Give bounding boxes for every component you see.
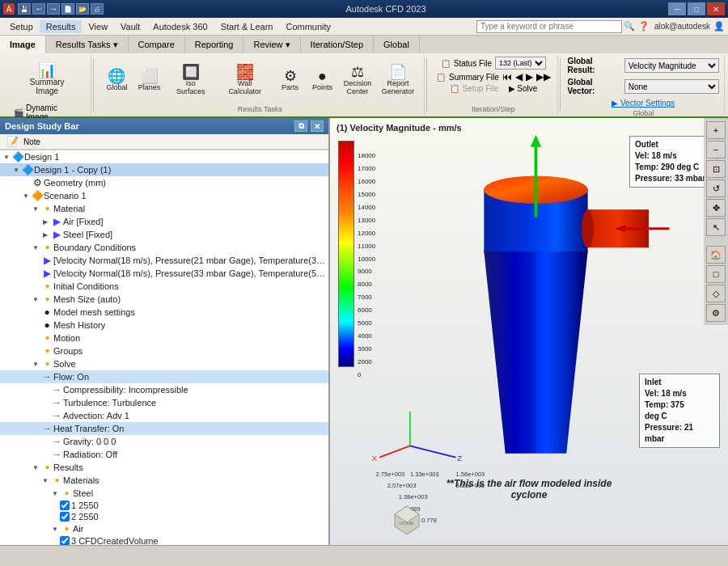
tab-review[interactable]: Review ▾ (243, 36, 300, 53)
undo-icon[interactable]: ↩ (32, 3, 45, 15)
playback-next-step-icon[interactable]: ▶▶ (536, 71, 551, 82)
tree-icon-radiation: → (50, 449, 63, 460)
tree-cfd-volume[interactable]: 3 CFDCreatedVolume (0, 535, 328, 545)
vp-view-iso-button[interactable]: ◇ (706, 285, 726, 302)
checkbox-cfd-vol[interactable] (60, 536, 70, 545)
view-cube[interactable]: HOME (387, 498, 427, 539)
iso-surfaces-button[interactable]: 🔲 Iso Surfaces (167, 62, 214, 98)
new-icon[interactable]: 📄 (61, 3, 74, 15)
maximize-button[interactable]: □ (688, 2, 705, 15)
points-button[interactable]: ● Points (308, 66, 337, 94)
vp-settings-button[interactable]: ⚙ (706, 304, 726, 322)
status-file-button[interactable]: 📋 (441, 59, 451, 68)
print-icon[interactable]: 🖨 (91, 3, 104, 15)
tab-reporting[interactable]: Reporting (185, 36, 244, 53)
vp-zoom-in-button[interactable]: + (706, 121, 726, 139)
tree-steel-result[interactable]: ▼ 🔸 Steel (0, 487, 328, 500)
tab-image[interactable]: Image (0, 36, 46, 53)
tree-steel-fixed[interactable]: ▶ ▶ Steel [Fixed] (0, 228, 328, 241)
tab-results-tasks[interactable]: Results Tasks ▾ (46, 36, 129, 53)
menu-view[interactable]: View (82, 20, 114, 33)
tree-compressibility[interactable]: → Compressibility: Incompressible (0, 383, 328, 396)
tree-groups[interactable]: 🔸 Groups (0, 344, 328, 357)
tab-compare[interactable]: Compare (129, 36, 185, 53)
tab-iteration-step[interactable]: Iteration/Step (301, 36, 374, 53)
tree-steel-1[interactable]: 1 2550 (0, 500, 328, 511)
float-button[interactable]: ⧉ (294, 120, 307, 132)
menu-vault[interactable]: Vault (114, 20, 146, 33)
tree-design1[interactable]: ▼ 🔷 Design 1 (0, 150, 328, 163)
tab-global[interactable]: Global (374, 36, 420, 53)
parts-button[interactable]: ⚙ Parts (276, 66, 305, 94)
vp-fit-button[interactable]: ⊡ (706, 160, 726, 178)
vp-rotate-button[interactable]: ↺ (706, 180, 726, 197)
global-result-select[interactable]: Velocity Magnitude (624, 58, 719, 73)
tree-geometry[interactable]: ⚙ Geometry (mm) (0, 176, 328, 189)
playback-prev-icon[interactable]: ⏮ (502, 71, 512, 82)
tree-steel-2[interactable]: 2 2550 (0, 511, 328, 522)
minimize-button[interactable]: ─ (668, 2, 686, 15)
menu-community[interactable]: Community (279, 20, 337, 33)
tree-advection[interactable]: → Advection: Adv 1 (0, 409, 328, 422)
menu-results[interactable]: Results (40, 20, 83, 33)
playback-play-icon[interactable]: ▶ (526, 71, 533, 82)
save-icon[interactable]: 💾 (18, 3, 31, 15)
vp-view-home-button[interactable]: 🏠 (706, 246, 726, 264)
checkbox-steel-2[interactable] (60, 512, 70, 522)
vp-view-front-button[interactable]: □ (706, 265, 726, 283)
vp-pan-button[interactable]: ✥ (706, 199, 726, 217)
tree-design1-copy[interactable]: ▼ 🔷 Design 1 - Copy (1) (0, 163, 328, 176)
tree-results[interactable]: ▼ 🔸 Results (0, 461, 328, 474)
design-tree[interactable]: ▼ 🔷 Design 1 ▼ 🔷 Design 1 - Copy (1) ⚙ G… (0, 150, 328, 545)
vp-zoom-out-button[interactable]: − (706, 141, 726, 158)
tree-solve[interactable]: ▼ 🔸 Solve (0, 357, 328, 370)
playback-prev-step-icon[interactable]: ◀ (515, 71, 523, 82)
global-button[interactable]: 🌐 Global (102, 66, 131, 94)
summary-file-button[interactable]: 📋 (436, 73, 446, 82)
tree-radiation[interactable]: → Radiation: Off (0, 448, 328, 461)
planes-button[interactable]: ⬜ Planes (134, 66, 163, 94)
menu-startlearn[interactable]: Start & Learn (214, 20, 280, 33)
tree-arrow-mesh: ▼ (31, 296, 40, 303)
tree-bc1[interactable]: ▶ [Velocity Normal(18 m/s), Pressure(21 … (0, 254, 328, 267)
tree-mesh-size[interactable]: ▼ 🔸 Mesh Size (auto) (0, 293, 328, 306)
close-button[interactable]: ✕ (707, 2, 725, 15)
menu-setup[interactable]: Setup (3, 20, 40, 33)
tree-heat-transfer[interactable]: → Heat Transfer: On (0, 422, 328, 435)
tree-turbulence[interactable]: → Turbulence: Turbulence (0, 396, 328, 409)
vector-settings-button[interactable]: ▶ Vector Settings (612, 99, 675, 108)
viewport[interactable]: (1) Velocity Magnitude - mm/s 18000 1700… (330, 118, 728, 545)
tree-flow[interactable]: → Flow: On (0, 370, 328, 383)
tree-model-mesh[interactable]: ● Model mesh settings (0, 306, 328, 319)
tree-gravity[interactable]: → Gravity: 0 0 0 (0, 435, 328, 448)
tree-scenario1[interactable]: ▼ 🔶 Scenario 1 (0, 189, 328, 202)
global-vector-select[interactable]: None (624, 79, 719, 94)
search-input[interactable] (476, 20, 622, 33)
tree-motion[interactable]: 🔸 Motion (0, 332, 328, 344)
tree-bc2[interactable]: ▶ [Velocity Normal(18 m/s), Pressure(33 … (0, 267, 328, 280)
decision-center-button[interactable]: ⚖ DecisionCenter (341, 62, 375, 98)
search-icon[interactable]: 🔍 (624, 21, 635, 32)
redo-icon[interactable]: ↪ (47, 3, 60, 15)
wall-calculator-button[interactable]: 🧱 Wall Calculator (218, 62, 273, 98)
vp-select-button[interactable]: ↖ (706, 218, 726, 236)
tree-air-fixed[interactable]: ▶ ▶ Air [Fixed] (0, 215, 328, 228)
tree-material[interactable]: ▼ 🔸 Material (0, 202, 328, 215)
note-icon: 📝 (6, 136, 19, 147)
help-icon[interactable]: ❓ (638, 21, 650, 32)
report-generator-button[interactable]: 📄 ReportGenerator (379, 62, 418, 98)
close-panel-button[interactable]: ✕ (311, 120, 324, 132)
outlet-vel: Vel: 18 m/s (635, 150, 713, 162)
tree-materials[interactable]: ▼ 🔸 Materials (0, 474, 328, 487)
menu-autodesk360[interactable]: Autodesk 360 (146, 20, 214, 33)
tree-initial-conditions[interactable]: 🔸 Initial Conditions (0, 280, 328, 293)
open-icon[interactable]: 📂 (76, 3, 89, 15)
status-file-select[interactable]: 132 (Last) (495, 57, 546, 70)
tree-boundary-conditions[interactable]: ▼ 🔸 Boundary Conditions (0, 241, 328, 254)
account-icon[interactable]: 👤 (713, 21, 725, 32)
summary-image-button[interactable]: 📊 SummaryImage (26, 57, 69, 102)
tree-mesh-history[interactable]: ● Mesh History (0, 319, 328, 332)
checkbox-steel-1[interactable] (60, 501, 70, 510)
solve-button[interactable]: ▶ Solve (509, 84, 538, 93)
tree-air-result[interactable]: ▼ 🔸 Air (0, 522, 328, 535)
